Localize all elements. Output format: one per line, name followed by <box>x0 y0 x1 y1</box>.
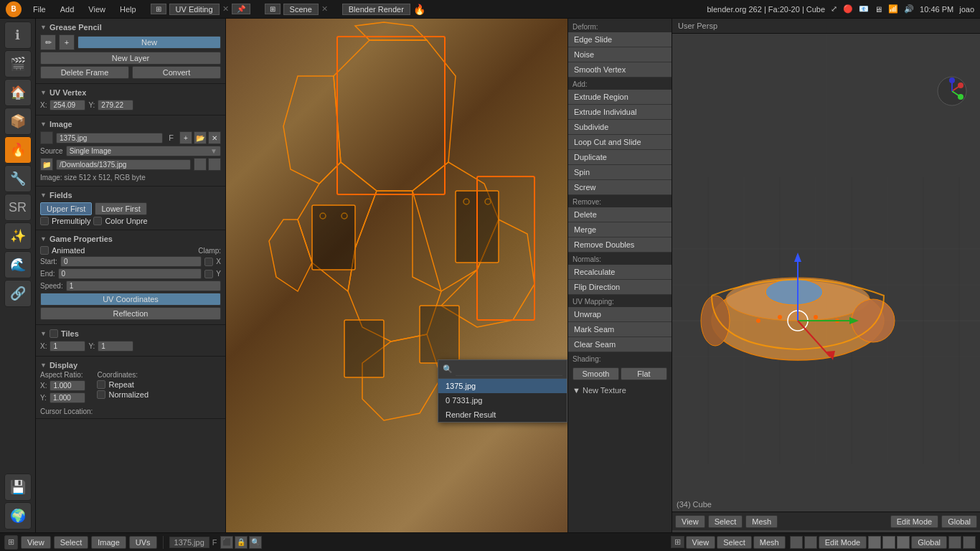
mode-icon1[interactable] <box>790 536 803 549</box>
uv-vertex-header[interactable]: ▼ UV Vertex <box>40 87 221 98</box>
menu-smooth-vertex[interactable]: Smooth Vertex <box>568 62 672 77</box>
icon-physics[interactable]: 🌊 <box>4 251 32 278</box>
menu-screw[interactable]: Screw <box>568 180 672 195</box>
mode-icon2[interactable] <box>804 536 817 549</box>
source-select[interactable]: Single Image ▼ <box>66 146 221 156</box>
expand-icon[interactable]: ⤢ <box>831 4 837 14</box>
mode-select[interactable]: Edit Mode <box>890 515 939 528</box>
shading-smooth-btn[interactable]: Smooth <box>573 367 619 380</box>
icon-modifier[interactable]: 🔧 <box>4 165 32 192</box>
menu-duplicate[interactable]: Duplicate <box>568 150 672 165</box>
path-icon1[interactable] <box>194 158 207 171</box>
tiles-y-field[interactable]: 1 <box>98 341 133 352</box>
dropdown-item-1375[interactable]: 1375.jpg <box>438 379 567 393</box>
select-btn-uv[interactable]: Select <box>54 536 89 549</box>
bottom-icon3[interactable]: 🔍 <box>249 536 262 549</box>
normalized-checkbox[interactable] <box>97 390 105 399</box>
dropdown-item-7331[interactable]: 0 7331.jpg <box>438 393 567 408</box>
plus-icon[interactable]: + <box>59 34 75 50</box>
uv-canvas[interactable]: 🔍 1375.jpg 0 7331.jpg Render Result <box>226 19 567 532</box>
repeat-checkbox[interactable] <box>97 380 105 389</box>
menu-subdivide[interactable]: Subdivide <box>568 120 672 135</box>
y-value-field[interactable]: 279.22 <box>98 100 133 110</box>
editor-type-label[interactable]: UV Editing <box>169 4 220 15</box>
select-btn-3d[interactable]: Select <box>708 515 743 528</box>
icon-data[interactable]: 💾 <box>4 474 32 501</box>
uv-viewport[interactable]: 🔍 1375.jpg 0 7331.jpg Render Result <box>226 19 567 532</box>
uvs-btn[interactable]: UVs <box>129 536 157 549</box>
renderer-selector[interactable]: Blender Render <box>342 4 410 15</box>
end-field[interactable]: 0 <box>58 268 202 279</box>
display-header[interactable]: ▼ Display <box>40 359 221 371</box>
icon-world[interactable]: 🌍 <box>4 502 32 529</box>
image-open-icon[interactable]: 📂 <box>194 131 207 144</box>
select-btn-3d-bottom[interactable]: Select <box>717 536 752 549</box>
menu-clear-seam[interactable]: Clear Seam <box>568 337 672 352</box>
icon-scripting[interactable]: SR <box>4 194 32 221</box>
menu-noise[interactable]: Noise <box>568 47 672 62</box>
icon-object[interactable]: 📦 <box>4 108 32 135</box>
menu-view[interactable]: View <box>83 4 111 15</box>
display-icon2[interactable] <box>882 536 895 549</box>
dropdown-item-render[interactable]: Render Result <box>438 408 567 422</box>
view-btn-3d[interactable]: View <box>675 515 705 528</box>
icon-render[interactable]: 🎬 <box>4 50 32 77</box>
view-btn-3d-bottom[interactable]: View <box>686 536 716 549</box>
pinned-icon[interactable]: 📌 <box>232 4 250 14</box>
viewport-3d[interactable]: User Persp <box>672 19 980 532</box>
color-unpre-checkbox[interactable] <box>93 217 102 225</box>
menu-mark-seam[interactable]: Mark Seam <box>568 322 672 337</box>
menu-spin[interactable]: Spin <box>568 165 672 180</box>
menu-recalculate[interactable]: Recalculate <box>568 265 672 280</box>
menu-help[interactable]: Help <box>114 4 142 15</box>
scene-label[interactable]: Scene <box>283 4 319 15</box>
aspect-y-field[interactable]: 1.000 <box>50 392 85 403</box>
transform-icon[interactable] <box>948 536 961 549</box>
tiles-header[interactable]: ▼ Tiles <box>40 328 221 339</box>
scene-selector[interactable]: ⊞ <box>265 4 281 14</box>
uv-coords-btn[interactable]: UV Coordinates <box>40 293 221 306</box>
premultiply-checkbox[interactable] <box>40 217 49 225</box>
speed-field[interactable]: 1 <box>66 281 221 291</box>
icon-scene[interactable]: 🏠 <box>4 79 32 106</box>
fields-header[interactable]: ▼ Fields <box>40 189 221 201</box>
grease-pencil-header[interactable]: ▼ Grease Pencil <box>40 22 221 33</box>
global-select[interactable]: Global <box>941 515 977 528</box>
new-layer-btn[interactable]: New Layer <box>40 52 221 65</box>
new-texture-row[interactable]: ▼ New Texture <box>568 383 672 397</box>
edit-mode-btn[interactable]: Edit Mode <box>819 536 867 549</box>
upper-first-btn[interactable]: Upper First <box>40 202 92 215</box>
convert-btn[interactable]: Convert <box>132 66 221 79</box>
image-btn-uv[interactable]: Image <box>91 536 126 549</box>
mesh-btn[interactable]: Mesh <box>745 515 778 528</box>
menu-extrude-region[interactable]: Extrude Region <box>568 90 672 105</box>
new-btn[interactable]: New <box>77 36 221 49</box>
menu-loop-cut[interactable]: Loop Cut and Slide <box>568 135 672 150</box>
menu-extrude-individual[interactable]: Extrude Individual <box>568 105 672 120</box>
shading-flat-btn[interactable]: Flat <box>621 367 667 380</box>
start-field[interactable]: 0 <box>60 256 202 267</box>
y-checkbox[interactable] <box>204 270 213 278</box>
x-value-field[interactable]: 254.09 <box>50 100 85 110</box>
image-path[interactable]: /Downloads/1375.jpg <box>56 159 191 170</box>
x-checkbox[interactable] <box>204 258 213 266</box>
dropdown-search-input[interactable] <box>456 362 562 376</box>
bottom-icon1[interactable]: ⬛ <box>220 536 233 549</box>
pivot-icon[interactable] <box>963 536 976 549</box>
global-btn-bottom[interactable]: Global <box>911 536 947 549</box>
game-properties-header[interactable]: ▼ Game Properties <box>40 233 221 245</box>
image-filename[interactable]: 1375.jpg <box>56 133 163 143</box>
image-close-icon[interactable]: ✕ <box>208 131 221 144</box>
vp-icon[interactable]: ⊞ <box>671 536 684 548</box>
menu-merge[interactable]: Merge <box>568 222 672 237</box>
view-btn-uv[interactable]: View <box>21 536 51 549</box>
bottom-icon2[interactable]: 🔒 <box>235 536 248 549</box>
image-new-icon[interactable]: + <box>179 131 192 144</box>
mesh-btn-bottom[interactable]: Mesh <box>753 536 786 549</box>
tiles-x-field[interactable]: 1 <box>50 341 85 352</box>
icon-particles[interactable]: ✨ <box>4 222 32 250</box>
menu-add[interactable]: Add <box>55 4 80 15</box>
menu-remove-doubles[interactable]: Remove Doubles <box>568 237 672 253</box>
aspect-x-field[interactable]: 1.000 <box>50 380 85 391</box>
reflection-btn[interactable]: Reflection <box>40 307 221 320</box>
